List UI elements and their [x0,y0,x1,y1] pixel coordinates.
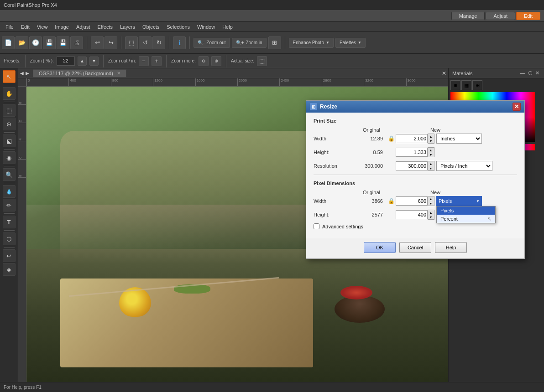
canvas-tab-bg[interactable]: CGS31117 @ 22% (Background) ✕ [33,69,126,77]
pixel-unit-dropdown: Pixels Percent ↖ [436,206,496,223]
dialog-ok-btn[interactable]: OK [364,242,396,253]
paint-tool[interactable]: ✏ [3,199,16,211]
selection-tool[interactable]: ⬚ [3,104,16,117]
advanced-settings-checkbox[interactable] [314,223,319,229]
color-mode-gradient[interactable]: ▦ [461,80,471,90]
menu-window[interactable]: Window [194,23,219,31]
pixel-unit-arrow: ▼ [476,199,480,203]
actual-size-btn[interactable]: ⬚ [257,56,267,66]
print-height-input[interactable] [396,148,428,157]
transform-tools: ⬚ ↺ ↻ [125,36,165,49]
rotate-right-btn[interactable]: ↻ [152,36,165,49]
print-resolution-input[interactable] [396,161,428,170]
print-resolution-down[interactable]: ▼ [428,166,434,170]
pan-tool[interactable]: ✋ [3,87,16,100]
pixel-width-up[interactable]: ▲ [428,196,434,201]
color-mode-pattern[interactable]: ⊞ [472,80,482,90]
zoom-out-small-btn[interactable]: − [139,56,149,66]
pixel-width-input[interactable] [396,196,428,206]
zoom-left-tool[interactable]: 🔍 [3,168,16,181]
pixel-unit-pixels[interactable]: Pixels [437,206,495,215]
info-btn[interactable]: ℹ [173,36,186,49]
menu-image[interactable]: Image [51,23,73,31]
pixel-height-up[interactable]: ▲ [428,210,434,215]
canvas-tab-close[interactable]: ✕ [117,71,120,76]
nav-adjust[interactable]: Adjust [486,12,515,20]
shape-tool[interactable]: ⬡ [3,232,16,245]
zoom-out-icon: 🔍- [198,40,204,45]
left-sep-3 [4,132,15,133]
zoom-value-input[interactable] [57,57,75,66]
canvas-panel-close[interactable]: ✕ [442,70,446,77]
print-width-down[interactable]: ▼ [428,139,434,143]
rotate-left-btn[interactable]: ↺ [139,36,152,49]
select-tool[interactable]: ↖ [3,70,16,83]
print-resolution-unit[interactable]: Pixels / Inch Pixels / Centimeter [436,161,492,171]
print-height-up[interactable]: ▲ [428,148,434,152]
print-height-down[interactable]: ▼ [428,152,434,157]
dialog-body: Print Size Original New Width: 12.89 🔒 [306,113,524,238]
print-width-input[interactable] [396,134,428,143]
print-btn[interactable]: 🖨 [70,36,83,49]
zoom-in-btn[interactable]: 🔍+ Zoom in [232,38,267,48]
dialog-help-btn[interactable]: Help [435,242,467,253]
zoom-out-btn[interactable]: 🔍- Zoom out [194,38,230,48]
zoom-step-up[interactable]: ▲ [78,57,87,66]
tab-arrows-right[interactable]: ▶ [26,71,29,76]
dropper-tool[interactable]: 💧 [3,185,16,198]
dialog-cancel-btn[interactable]: Cancel [399,242,431,253]
zoom-in-icon: 🔍+ [236,40,244,45]
palettes-btn[interactable]: Palettes ▼ [335,38,366,48]
pixel-unit-percent[interactable]: Percent ↖ [437,215,495,223]
left-tools-panel: ↖ ✋ ⬚ ⊕ ⬕ ◉ 🔍 💧 ✏ T ⬡ ↩ ◈ [0,68,18,382]
nav-manage[interactable]: Manage [451,12,485,20]
pixel-height-input[interactable] [396,210,428,219]
advanced-settings-label[interactable]: Advanced settings [322,224,363,229]
menu-layers[interactable]: Layers [116,23,139,31]
zoom-step-down[interactable]: ▼ [89,57,99,66]
dialog-close-btn[interactable]: ✕ [513,103,521,111]
zoom-out-label: Zoom out / in: [108,58,136,63]
heal-tool[interactable]: ↩ [3,249,16,262]
nav-edit[interactable]: Edit [516,12,540,20]
print-width-up[interactable]: ▲ [428,134,434,139]
text-tool[interactable]: T [3,216,16,228]
pixel-width-unit-btn[interactable]: Pixels ▼ [436,196,482,206]
crop-left-tool[interactable]: ⬕ [3,134,16,147]
color-mode-solid[interactable]: ■ [450,80,460,90]
straighten-tool[interactable]: ◉ [3,151,16,164]
menu-help[interactable]: Help [219,23,236,31]
redo-btn[interactable]: ↪ [105,36,117,49]
panel-minimize[interactable]: — [519,70,526,76]
zoom-in-small-btn[interactable]: + [152,56,162,66]
zoom-more-out-btn[interactable]: ⊖ [199,56,209,66]
menu-adjust[interactable]: Adjust [73,23,94,31]
print-resolution-up[interactable]: ▲ [428,161,434,166]
zoom-more-in-btn[interactable]: ⊕ [211,56,221,66]
view-mode-btn[interactable]: ⊞ [268,36,281,49]
save-as-btn[interactable]: 💾 [57,36,69,49]
menu-file[interactable]: File [2,23,17,31]
menu-effects[interactable]: Effects [94,23,116,31]
menu-edit[interactable]: Edit [17,23,33,31]
panel-close[interactable]: ✕ [534,70,540,76]
new-file-btn[interactable]: 📄 [2,36,15,49]
tab-arrows-left[interactable]: ◀ [20,71,24,76]
magic-wand-tool[interactable]: ⊕ [3,118,16,130]
menu-selections[interactable]: Selections [163,23,194,31]
menu-objects[interactable]: Objects [139,23,163,31]
recent-btn[interactable]: 🕐 [29,36,42,49]
print-resolution-spin-btns: ▲ ▼ [428,161,434,171]
enhance-photo-btn[interactable]: Enhance Photo ▼ [289,38,334,48]
panel-float[interactable]: ⬡ [527,70,534,76]
pixel-height-down[interactable]: ▼ [428,215,434,219]
print-width-unit[interactable]: Inches Centimeters Millimeters [436,134,482,144]
undo-btn[interactable]: ↩ [91,36,104,49]
pixel-width-down[interactable]: ▼ [428,201,434,206]
save-btn[interactable]: 💾 [43,36,56,49]
open-btn[interactable]: 📂 [16,36,28,49]
crop-btn[interactable]: ⬚ [125,36,138,49]
menu-view[interactable]: View [33,23,52,31]
clone-tool[interactable]: ◈ [3,263,16,276]
dialog-title: Resize [320,103,337,110]
